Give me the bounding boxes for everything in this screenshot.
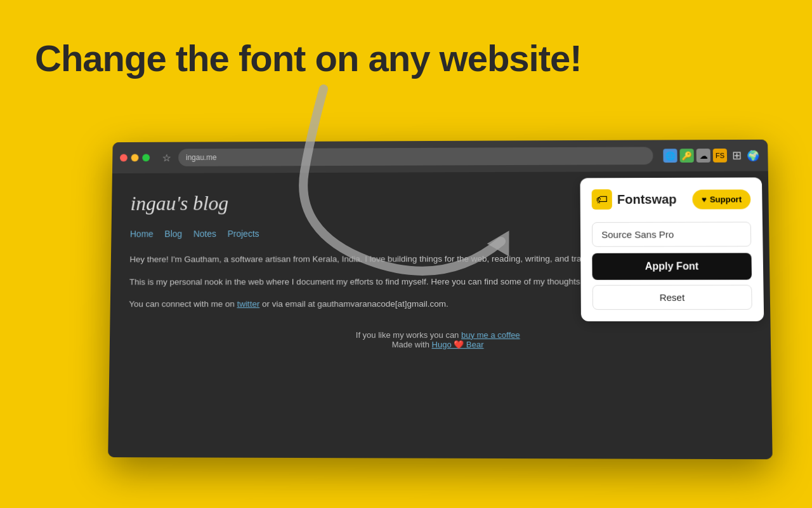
browser-toolbar: ☆ ingau.me 🌐 🔑 ☁ FS ⊞ 🌍 (112, 140, 768, 173)
page-headline: Change the font on any website! (35, 38, 582, 79)
reset-button[interactable]: Reset (593, 285, 752, 310)
support-button[interactable]: ♥ Support (693, 189, 751, 209)
extension-icon-key[interactable]: 🔑 (679, 149, 693, 163)
nav-projects[interactable]: Projects (228, 229, 259, 239)
support-button-label: Support (710, 194, 742, 204)
close-dot[interactable] (120, 154, 128, 162)
popup-header: 🏷 Fontswap ♥ Support (592, 189, 751, 210)
apply-font-button[interactable]: Apply Font (592, 253, 752, 279)
nav-notes[interactable]: Notes (193, 229, 216, 239)
coffee-line: If you like my works you can buy me a co… (129, 330, 752, 340)
address-text: ingau.me (186, 153, 217, 162)
twitter-link[interactable]: twitter (237, 299, 259, 309)
extension-icons: 🌐 🔑 ☁ FS ⊞ 🌍 (663, 149, 760, 163)
blog-footer: If you like my works you can buy me a co… (128, 330, 751, 349)
support-heart-icon: ♥ (702, 194, 707, 204)
minimize-dot[interactable] (131, 154, 139, 162)
hugo-link[interactable]: Hugo ❤️ Bear (432, 340, 484, 349)
nav-blog[interactable]: Blog (164, 229, 182, 239)
font-name-input[interactable] (592, 222, 751, 246)
maximize-dot[interactable] (142, 154, 150, 161)
bookmark-icon[interactable]: ☆ (162, 152, 171, 164)
popup-logo: 🏷 Fontswap (592, 189, 677, 210)
logo-text: Fontswap (617, 192, 677, 206)
extension-icon-cloud[interactable]: ☁ (697, 149, 710, 163)
logo-icon: 🏷 (592, 189, 612, 210)
extension-icon-puzzle[interactable]: ⊞ (730, 149, 743, 163)
extension-icon-fontswap[interactable]: FS (713, 149, 727, 163)
browser-content: ingau's blog Home Blog Notes Projects He… (108, 171, 773, 459)
extension-icon-extra[interactable]: 🌍 (746, 149, 760, 163)
browser-window: ☆ ingau.me 🌐 🔑 ☁ FS ⊞ 🌍 ingau's blog Hom… (108, 140, 773, 460)
coffee-link[interactable]: buy me a coffee (461, 330, 520, 340)
address-bar[interactable]: ingau.me (178, 147, 653, 166)
fontswap-popup: 🏷 Fontswap ♥ Support Apply Font Reset (580, 177, 764, 321)
extension-icon-translate[interactable]: 🌐 (663, 149, 677, 163)
hugo-line: Made with Hugo ❤️ Bear (128, 340, 751, 349)
nav-home[interactable]: Home (130, 229, 154, 239)
window-controls (120, 154, 150, 161)
